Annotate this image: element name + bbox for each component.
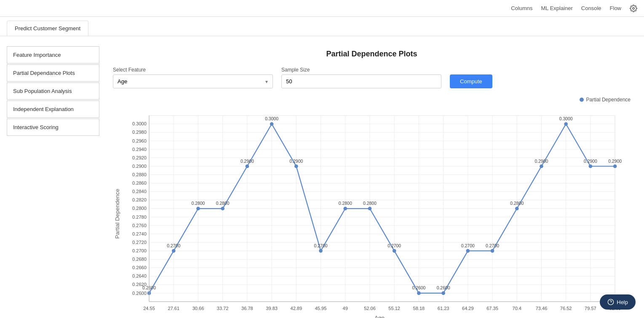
- svg-point-87: [196, 207, 200, 210]
- svg-text:0.2700: 0.2700: [314, 244, 328, 248]
- svg-text:61.23: 61.23: [438, 306, 449, 311]
- svg-point-97: [441, 292, 445, 295]
- svg-text:0.2900: 0.2900: [584, 159, 597, 164]
- svg-point-99: [491, 249, 494, 253]
- feature-label: Select Feature: [113, 67, 273, 73]
- svg-text:39.83: 39.83: [266, 306, 278, 311]
- sample-size-input[interactable]: [281, 74, 441, 88]
- sidebar-item-feature-importance[interactable]: Feature Importance: [7, 46, 99, 64]
- svg-text:0.2880: 0.2880: [132, 172, 147, 177]
- svg-point-101: [540, 164, 543, 168]
- svg-point-92: [319, 249, 323, 253]
- svg-text:0.2800: 0.2800: [510, 201, 524, 206]
- top-nav-bar: Columns ML Explainer Console Flow: [0, 0, 644, 17]
- svg-text:0.2800: 0.2800: [132, 206, 147, 211]
- svg-text:27.61: 27.61: [168, 306, 179, 311]
- svg-text:0.2780: 0.2780: [132, 215, 147, 220]
- svg-text:0.2800: 0.2800: [191, 201, 205, 206]
- svg-text:76.52: 76.52: [560, 306, 572, 311]
- svg-point-86: [172, 249, 176, 253]
- svg-text:0.2640: 0.2640: [132, 273, 147, 278]
- svg-text:24.55: 24.55: [143, 306, 155, 311]
- nav-console[interactable]: Console: [581, 5, 601, 11]
- svg-text:0.2940: 0.2940: [132, 147, 147, 152]
- gear-icon[interactable]: [630, 5, 637, 12]
- svg-point-103: [589, 164, 593, 168]
- svg-point-88: [221, 207, 224, 210]
- help-button[interactable]: Help: [600, 294, 636, 310]
- svg-text:42.89: 42.89: [290, 306, 302, 311]
- svg-text:0.2900: 0.2900: [289, 159, 303, 164]
- feature-select[interactable]: Age: [113, 74, 273, 88]
- sidebar-item-independent-explanation[interactable]: Independent Explanation: [7, 101, 99, 118]
- chart-title: Partial Dependence Plots: [113, 50, 631, 58]
- tab-predict-customer-segment[interactable]: Predict Customer Segment: [7, 21, 88, 36]
- svg-text:0.2800: 0.2800: [339, 201, 352, 206]
- chart-area: Partial Dependence Plots Select Feature …: [106, 43, 637, 311]
- svg-text:0.2680: 0.2680: [132, 257, 147, 262]
- svg-text:0.3000: 0.3000: [265, 117, 278, 121]
- svg-text:0.2860: 0.2860: [132, 180, 147, 186]
- svg-point-93: [343, 207, 347, 210]
- svg-point-96: [417, 292, 421, 295]
- svg-text:0.2760: 0.2760: [132, 223, 147, 228]
- svg-text:33.72: 33.72: [217, 306, 229, 311]
- svg-text:0.2740: 0.2740: [132, 231, 147, 236]
- sidebar-item-interactive-scoring[interactable]: Interactive Scoring: [7, 119, 99, 136]
- svg-text:0.2900: 0.2900: [240, 159, 254, 164]
- svg-text:0.2820: 0.2820: [132, 197, 147, 202]
- nav-flow[interactable]: Flow: [610, 5, 621, 11]
- svg-point-100: [515, 207, 519, 210]
- svg-text:0.2980: 0.2980: [132, 130, 147, 135]
- feature-control-group: Select Feature Age ▼: [113, 67, 273, 88]
- svg-text:0.2700: 0.2700: [486, 244, 499, 248]
- svg-text:58.18: 58.18: [413, 306, 425, 311]
- svg-text:45.95: 45.95: [315, 306, 327, 311]
- pdp-chart-svg: Partial Dependence 0.26000.26200.26400.2…: [113, 105, 631, 318]
- svg-text:73.46: 73.46: [536, 306, 548, 311]
- svg-text:0.3000: 0.3000: [132, 121, 147, 126]
- chart-legend: Partial Dependence: [113, 97, 631, 103]
- nav-ml-explainer[interactable]: ML Explainer: [541, 5, 572, 11]
- svg-point-102: [564, 122, 568, 126]
- svg-text:0.2700: 0.2700: [167, 244, 180, 248]
- sidebar-item-sub-population-analysis[interactable]: Sub Population Analysis: [7, 82, 99, 100]
- svg-text:0.2660: 0.2660: [132, 265, 147, 270]
- svg-text:0.2920: 0.2920: [132, 155, 147, 160]
- svg-text:30.66: 30.66: [192, 306, 204, 311]
- legend-label: Partial Dependence: [586, 97, 631, 103]
- svg-text:0.2600: 0.2600: [132, 291, 147, 296]
- chart-container: Partial Dependence 0.26000.26200.26400.2…: [113, 105, 631, 299]
- sidebar-item-partial-dependance-plots[interactable]: Partial Dependance Plots: [7, 64, 99, 82]
- svg-text:36.78: 36.78: [241, 306, 253, 311]
- help-icon: [607, 299, 614, 305]
- nav-columns[interactable]: Columns: [511, 5, 532, 11]
- svg-text:79.57: 79.57: [585, 306, 596, 311]
- svg-point-0: [633, 7, 635, 9]
- svg-text:0.2900: 0.2900: [132, 164, 147, 169]
- compute-button[interactable]: Compute: [450, 74, 492, 88]
- svg-point-91: [294, 164, 298, 168]
- svg-text:0.2700: 0.2700: [461, 244, 475, 248]
- legend-dot-icon: [580, 98, 584, 102]
- svg-text:49: 49: [343, 306, 348, 311]
- main-content: Feature Importance Partial Dependance Pl…: [0, 36, 644, 318]
- svg-point-95: [393, 249, 396, 253]
- sample-label: Sample Size: [281, 67, 441, 73]
- help-label: Help: [617, 299, 628, 305]
- svg-text:Partial Dependence: Partial Dependence: [114, 189, 120, 239]
- svg-text:0.2960: 0.2960: [132, 138, 147, 143]
- svg-point-104: [613, 164, 617, 168]
- svg-text:0.2840: 0.2840: [132, 189, 147, 194]
- svg-text:Age: Age: [374, 315, 385, 318]
- svg-text:0.2720: 0.2720: [132, 240, 147, 245]
- svg-point-90: [270, 122, 274, 126]
- sidebar: Feature Importance Partial Dependance Pl…: [7, 43, 99, 311]
- svg-text:0.2600: 0.2600: [437, 286, 450, 290]
- svg-text:70.4: 70.4: [513, 306, 522, 311]
- svg-text:67.35: 67.35: [486, 306, 498, 311]
- feature-select-wrapper: Age ▼: [113, 74, 273, 88]
- svg-text:64.29: 64.29: [462, 306, 474, 311]
- svg-point-89: [246, 164, 249, 168]
- sample-control-group: Sample Size: [281, 67, 441, 88]
